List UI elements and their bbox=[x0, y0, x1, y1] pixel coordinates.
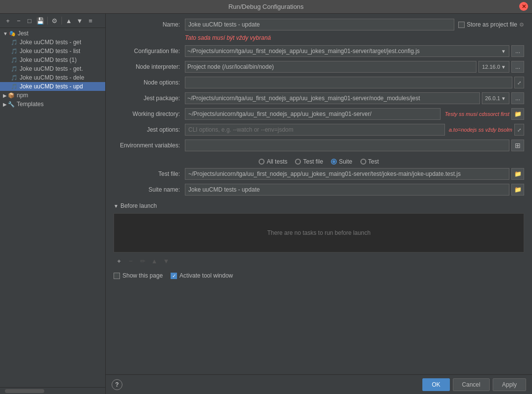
tree-item-joke-get2[interactable]: 🎵 Joke uuCMD tests - get. bbox=[0, 64, 105, 73]
test-scope-radio-group: All tests Test file Suite Test bbox=[114, 155, 524, 168]
templates-chevron: ▶ bbox=[3, 102, 7, 107]
launch-down-button[interactable]: ▼ bbox=[161, 255, 172, 266]
tree-label-joke-update: Joke uuCMD tests - upd bbox=[20, 83, 83, 90]
before-launch-label: Before launch bbox=[120, 202, 157, 209]
store-project-gear-icon[interactable]: ⚙ bbox=[519, 22, 524, 28]
launch-up-button[interactable]: ▲ bbox=[149, 255, 160, 266]
test-file-label: Test file: bbox=[114, 170, 185, 177]
jest-options-control: a.to=nodejs ss vždy bsolm ⤢ bbox=[185, 124, 524, 136]
radio-all-tests[interactable]: All tests bbox=[259, 158, 287, 165]
add-config-button[interactable]: + bbox=[3, 16, 13, 26]
jest-version-badge: 26.0.1 ▼ bbox=[482, 92, 510, 104]
tree-item-jest[interactable]: ▼ 🎭 Jest bbox=[0, 29, 105, 38]
store-project-checkbox[interactable] bbox=[458, 22, 465, 28]
node-interpreter-browse-button[interactable]: ... bbox=[511, 61, 524, 73]
radio-test-circle bbox=[360, 159, 366, 165]
node-options-expand-button[interactable]: ⤢ bbox=[514, 77, 524, 88]
tree-item-joke-get[interactable]: 🎵 Joke uuCMD tests - get bbox=[0, 38, 105, 47]
node-options-input[interactable] bbox=[185, 77, 512, 88]
tree-item-joke-delete[interactable]: 🎵 Joke uuCMD tests - dele bbox=[0, 73, 105, 82]
config-file-dropdown[interactable]: ~/Projects/unicorn/tga/uu_first_nodejs_a… bbox=[185, 45, 509, 57]
env-vars-row: Environment variables: ⊞ bbox=[114, 140, 524, 151]
suite-name-input[interactable] bbox=[185, 184, 509, 196]
right-panel: Name: Store as project file ⚙ Tato sada … bbox=[106, 14, 532, 394]
radio-suite-label: Suite bbox=[339, 158, 352, 165]
toolbar-separator-2 bbox=[61, 17, 62, 25]
radio-test-label: Test bbox=[368, 158, 379, 165]
activate-tool-window-checkbox[interactable] bbox=[171, 273, 177, 279]
jest-file-icon-1: 🎵 bbox=[11, 39, 18, 46]
config-file-row: Configuration file: ~/Projects/unicorn/t… bbox=[114, 45, 524, 57]
tree-label-jest: Jest bbox=[18, 30, 29, 37]
node-options-label: Node options: bbox=[114, 79, 185, 86]
test-file-browse-button[interactable]: 📁 bbox=[511, 168, 524, 180]
jest-icon: 🎭 bbox=[9, 30, 16, 37]
before-launch-header: ▼ Before launch bbox=[114, 199, 524, 211]
node-interpreter-dropdown[interactable]: Project node (/usr/local/bin/node) bbox=[185, 61, 476, 73]
jest-package-control: ~/Projects/unicorn/tga/uu_first_nodejs_a… bbox=[185, 92, 524, 104]
config-file-browse-button[interactable]: ... bbox=[511, 45, 524, 57]
env-vars-inner: ⊞ bbox=[185, 140, 524, 151]
config-file-arrow-icon: ▼ bbox=[500, 49, 507, 54]
node-version-arrow-icon: ▼ bbox=[501, 64, 506, 70]
radio-suite[interactable]: Suite bbox=[331, 158, 352, 165]
show-page-checkbox[interactable] bbox=[114, 273, 120, 279]
working-dir-browse-button[interactable]: 📁 bbox=[511, 108, 524, 120]
jest-package-browse-button[interactable]: ... bbox=[511, 92, 524, 104]
tree-label-joke-get2: Joke uuCMD tests - get. bbox=[20, 65, 83, 72]
move-down-button[interactable]: ▼ bbox=[75, 16, 85, 26]
name-right: Store as project file ⚙ bbox=[185, 19, 524, 30]
copy-config-button[interactable]: □ bbox=[25, 16, 34, 26]
jest-options-row: Jest options: a.to=nodejs ss vždy bsolm … bbox=[114, 124, 524, 136]
working-dir-row: Working directory: Testy ss musí cdssorc… bbox=[114, 108, 524, 120]
jest-file-icon-3: 🎵 bbox=[11, 57, 18, 63]
save-config-button[interactable]: 💾 bbox=[35, 16, 45, 26]
suite-name-label: Suite name: bbox=[114, 186, 185, 193]
jest-options-input[interactable] bbox=[185, 124, 445, 136]
activate-tool-window-checkbox-item[interactable]: Activate tool window bbox=[171, 272, 233, 279]
launch-edit-button[interactable]: ✏ bbox=[137, 255, 148, 266]
apply-button[interactable]: Apply bbox=[493, 378, 526, 391]
before-launch-toggle[interactable]: ▼ bbox=[114, 203, 118, 209]
radio-test[interactable]: Test bbox=[360, 158, 379, 165]
config-file-control: ~/Projects/unicorn/tga/uu_first_nodejs_a… bbox=[185, 45, 524, 57]
cancel-button[interactable]: Cancel bbox=[453, 378, 490, 391]
dialog-title: Run/Debug Configurations bbox=[228, 3, 303, 10]
show-page-checkbox-item[interactable]: Show this page bbox=[114, 272, 163, 279]
horizontal-scrollbar[interactable] bbox=[5, 389, 44, 393]
tree-item-npm[interactable]: ▶ 📦 npm bbox=[0, 91, 105, 100]
config-tree: ▼ 🎭 Jest 🎵 Joke uuCMD tests - get 🎵 Joke… bbox=[0, 28, 105, 387]
tree-item-joke-1[interactable]: 🎵 Joke uuCMD tests (1) bbox=[0, 56, 105, 64]
close-button[interactable]: ✕ bbox=[519, 2, 528, 11]
launch-add-button[interactable]: + bbox=[114, 255, 124, 266]
launch-remove-button[interactable]: − bbox=[125, 255, 136, 266]
remove-config-button[interactable]: − bbox=[14, 16, 24, 26]
tree-label-joke-get: Joke uuCMD tests - get bbox=[20, 39, 81, 46]
radio-test-file-circle bbox=[295, 159, 301, 165]
move-up-button[interactable]: ▲ bbox=[64, 16, 74, 26]
name-input[interactable] bbox=[185, 19, 454, 30]
config-file-label: Configuration file: bbox=[114, 48, 185, 55]
test-file-row: Test file: 📁 bbox=[114, 168, 524, 180]
tree-item-joke-update[interactable]: 🎵 Joke uuCMD tests - upd bbox=[0, 82, 105, 91]
env-vars-input[interactable] bbox=[185, 140, 509, 151]
tree-item-joke-list[interactable]: 🎵 Joke uuCMD tests - list bbox=[0, 47, 105, 56]
error-message: Tato sada musí být vždy vybraná bbox=[185, 34, 271, 41]
jest-package-dropdown[interactable]: ~/Projects/unicorn/tga/uu_first_nodejs_a… bbox=[185, 92, 480, 104]
settings-button[interactable]: ⚙ bbox=[50, 16, 59, 26]
suite-name-browse-button[interactable]: 📁 bbox=[511, 184, 524, 196]
working-dir-control: Testy ss musí cdssorct first 📁 bbox=[185, 108, 524, 120]
sort-button[interactable]: ≡ bbox=[86, 16, 95, 26]
jest-options-expand-button[interactable]: ⤢ bbox=[514, 124, 524, 136]
toolbar-separator bbox=[47, 17, 48, 25]
env-vars-edit-button[interactable]: ⊞ bbox=[511, 140, 524, 151]
help-button[interactable]: ? bbox=[112, 379, 122, 390]
radio-test-file[interactable]: Test file bbox=[295, 158, 323, 165]
templates-icon: 🔧 bbox=[8, 101, 15, 108]
jest-file-icon-4: 🎵 bbox=[11, 66, 18, 72]
test-file-input[interactable] bbox=[185, 168, 509, 180]
tree-label-npm: npm bbox=[17, 92, 28, 99]
tree-item-templates[interactable]: ▶ 🔧 Templates bbox=[0, 100, 105, 109]
working-dir-input[interactable] bbox=[185, 108, 441, 120]
ok-button[interactable]: OK bbox=[422, 378, 449, 391]
